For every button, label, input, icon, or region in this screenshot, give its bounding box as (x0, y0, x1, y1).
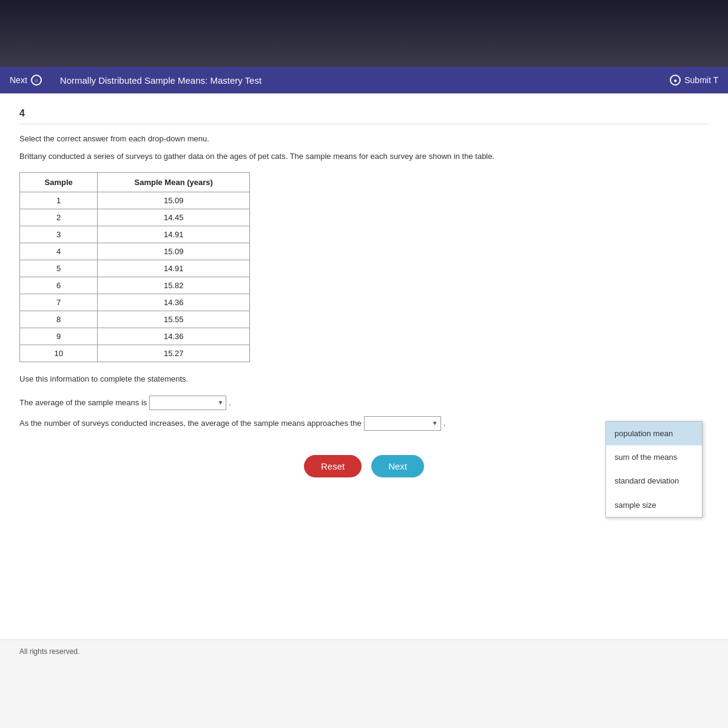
table-cell-mean: 14.91 (98, 226, 250, 243)
table-cell-sample: 8 (20, 311, 98, 328)
table-cell-mean: 15.09 (98, 243, 250, 260)
instruction-text: Select the correct answer from each drop… (19, 134, 709, 143)
sentence-2: As the number of surveys conducted incre… (19, 416, 709, 431)
dropdown-2-arrow: ▼ (432, 418, 438, 429)
dropdown-1-arrow: ▼ (217, 397, 223, 408)
nav-next-area[interactable]: Next ○ (10, 75, 42, 86)
rights-text: All rights reserved. (19, 647, 79, 656)
sentence1-prefix: The average of the sample means is (19, 396, 147, 410)
table-row: 415.09 (20, 243, 250, 260)
scenario-text: Brittany conducted a series of surveys t… (19, 150, 709, 163)
table-cell-mean: 15.09 (98, 192, 250, 209)
table-cell-sample: 6 (20, 277, 98, 294)
table-cell-mean: 14.45 (98, 209, 250, 226)
table-cell-mean: 14.36 (98, 328, 250, 345)
popup-item-standard-deviation[interactable]: standard deviation (606, 469, 702, 493)
table-header-mean: Sample Mean (years) (98, 172, 250, 192)
table-cell-sample: 4 (20, 243, 98, 260)
table-cell-sample: 1 (20, 192, 98, 209)
sentence2-suffix: . (443, 416, 446, 430)
sentence2-prefix: As the number of surveys conducted incre… (19, 416, 362, 430)
footer: All rights reserved. (0, 639, 728, 663)
popup-item-sample-size[interactable]: sample size (606, 493, 702, 517)
nav-next-label: Next (10, 75, 27, 85)
table-cell-sample: 3 (20, 226, 98, 243)
table-row: 314.91 (20, 226, 250, 243)
table-row: 115.09 (20, 192, 250, 209)
table-cell-mean: 15.55 (98, 311, 250, 328)
table-row: 214.45 (20, 209, 250, 226)
table-row: 815.55 (20, 311, 250, 328)
submit-icon: ● (670, 75, 681, 86)
dropdown-1-select[interactable]: population mean sum of the means standar… (153, 399, 222, 407)
dropdown-popup: population mean sum of the means standar… (605, 421, 703, 518)
table-cell-mean: 15.82 (98, 277, 250, 294)
reset-button[interactable]: Reset (304, 455, 362, 477)
nav-title: Normally Distributed Sample Means: Maste… (60, 75, 670, 86)
table-row: 514.91 (20, 260, 250, 277)
sentence-1: The average of the sample means is popul… (19, 396, 709, 410)
table-row: 714.36 (20, 294, 250, 311)
nav-submit-label: Submit T (684, 75, 718, 85)
table-cell-sample: 9 (20, 328, 98, 345)
main-content: 4 Select the correct answer from each dr… (0, 93, 728, 728)
top-chrome-area (0, 0, 728, 67)
table-row: 914.36 (20, 328, 250, 345)
sentence1-suffix: . (229, 396, 231, 410)
table-row: 1015.27 (20, 345, 250, 362)
question-card: 4 Select the correct answer from each dr… (0, 93, 728, 639)
dropdown-2[interactable]: population mean sum of the means standar… (364, 416, 441, 431)
table-cell-mean: 14.36 (98, 294, 250, 311)
next-button[interactable]: Next (371, 455, 424, 477)
popup-item-sum-of-means[interactable]: sum of the means (606, 445, 702, 469)
use-info-text: Use this information to complete the sta… (19, 374, 709, 383)
popup-item-population-mean[interactable]: population mean (606, 422, 702, 445)
table-row: 615.82 (20, 277, 250, 294)
table-cell-sample: 5 (20, 260, 98, 277)
nav-next-icon: ○ (31, 75, 42, 86)
dropdown-2-select[interactable]: population mean sum of the means standar… (368, 419, 437, 428)
dropdown-1[interactable]: population mean sum of the means standar… (149, 396, 226, 410)
data-table: Sample Sample Mean (years) 115.09214.453… (19, 172, 250, 362)
nav-submit-area[interactable]: ● Submit T (670, 75, 718, 86)
table-cell-mean: 14.91 (98, 260, 250, 277)
completion-section: The average of the sample means is popul… (19, 396, 709, 431)
table-header-sample: Sample (20, 172, 98, 192)
table-cell-sample: 7 (20, 294, 98, 311)
question-number: 4 (19, 108, 709, 124)
nav-bar: Next ○ Normally Distributed Sample Means… (0, 67, 728, 93)
table-cell-sample: 2 (20, 209, 98, 226)
table-cell-mean: 15.27 (98, 345, 250, 362)
table-cell-sample: 10 (20, 345, 98, 362)
